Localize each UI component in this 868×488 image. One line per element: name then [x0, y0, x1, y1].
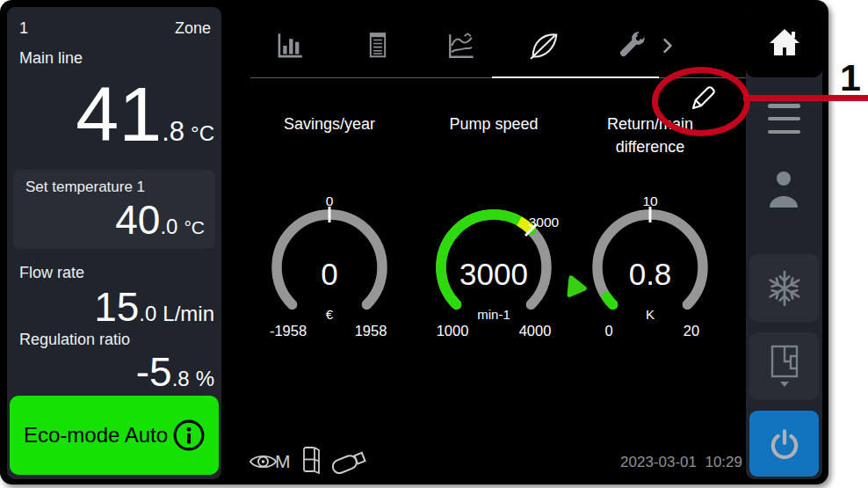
gauge-min: -1958	[255, 323, 322, 339]
regulation-ratio-unit: %	[196, 367, 214, 391]
gauge-title-pump-speed: Pump speed	[428, 113, 560, 135]
usb-icon	[329, 447, 373, 482]
eco-mode-button[interactable]: Eco-mode Auto	[10, 396, 219, 475]
gauge-unit: €	[255, 307, 404, 322]
snowflake-icon	[764, 268, 805, 309]
zone-panel[interactable]: 1 Zone Main line 41.8°C Set temperature …	[7, 7, 221, 479]
regulation-ratio-value-dec: .8	[172, 367, 190, 391]
main-line-label: Main line	[19, 49, 83, 68]
flow-rate-value: 15.0L/min	[94, 287, 214, 327]
leaf-icon	[526, 27, 563, 64]
flow-rate-unit: L/min	[163, 302, 214, 326]
gauge-max: 1958	[337, 323, 404, 339]
sidebar-home-button[interactable]	[746, 7, 822, 77]
zone-number: 1	[19, 19, 28, 38]
info-icon[interactable]	[171, 418, 206, 453]
tab-eco[interactable]	[525, 26, 564, 65]
sidebar	[746, 7, 822, 479]
flow-rate-value-int: 15	[94, 287, 139, 327]
active-tab-underline	[492, 76, 659, 78]
bar-chart-icon	[273, 29, 307, 62]
main-line-unit: °C	[191, 121, 214, 146]
menu-icon	[768, 104, 800, 108]
main-line-value: 41.8°C	[76, 76, 214, 153]
gauge-tick-label: 10	[575, 193, 725, 209]
document-icon	[362, 29, 394, 62]
gauge-value: 0.8	[575, 259, 725, 290]
gauge-title-savings: Savings/year	[264, 113, 395, 135]
home-icon	[767, 25, 802, 59]
datetime: 2023-03-01 10:29	[545, 454, 742, 471]
set-temperature-value: 40.0°C	[115, 200, 205, 240]
tab-trends[interactable]	[442, 26, 481, 65]
gauge-min: 1000	[419, 323, 486, 339]
sidebar-defrost-button[interactable]	[749, 254, 819, 322]
regulation-ratio-label: Regulation ratio	[19, 331, 130, 349]
gauge-unit: K	[575, 307, 725, 322]
flow-rate-value-dec: .0	[139, 302, 156, 326]
zones-icon	[765, 344, 804, 390]
power-icon	[766, 426, 803, 463]
gauge-value: 3000	[419, 259, 568, 290]
zone-label: Zone	[175, 19, 211, 38]
gauge-savings: 0 0 € -1958 1958	[255, 195, 404, 345]
main-line-value-int: 41	[76, 76, 162, 153]
gauge-min: 0	[575, 323, 642, 339]
gauge-max: 20	[658, 323, 725, 339]
regulation-ratio-value-int: -5	[136, 352, 172, 392]
set-temperature-label: Set temperature 1	[25, 178, 145, 196]
sidebar-user-button[interactable]	[766, 169, 801, 209]
regulation-ratio-value: -5.8%	[136, 352, 214, 392]
set-temperature-unit: °C	[184, 217, 205, 238]
zone-header: 1 Zone	[19, 19, 211, 38]
sidebar-zones-button[interactable]	[749, 332, 819, 400]
tabs-more-button[interactable]	[655, 26, 681, 65]
trend-icon	[444, 28, 479, 63]
menu-icon	[768, 130, 800, 135]
gauge-tick-label: 0	[255, 193, 404, 209]
menu-icon	[768, 117, 800, 121]
set-temperature-value-int: 40	[115, 200, 160, 240]
monitor-mode-letter: M	[275, 451, 291, 472]
annotation-number: 1	[833, 56, 868, 99]
main-line-value-dec: .8	[162, 116, 184, 148]
gauge-pump-speed: 3000 3000 min-1 1000 4000	[419, 195, 568, 345]
tab-log[interactable]	[358, 26, 397, 65]
annotation-circle	[652, 67, 750, 136]
module-icon	[301, 443, 322, 480]
set-temperature-value-dec: .0	[160, 215, 177, 239]
screenshot-stage: 1 Zone Main line 41.8°C Set temperature …	[0, 0, 868, 488]
wrench-icon	[613, 28, 648, 63]
sidebar-menu-button[interactable]	[768, 104, 800, 134]
sidebar-power-button[interactable]	[749, 411, 819, 477]
flow-rate-label: Flow rate	[19, 264, 84, 282]
monitor-eye-icon	[249, 450, 278, 477]
chevron-right-icon	[658, 31, 677, 61]
set-temperature-box[interactable]: Set temperature 1 40.0°C	[13, 170, 215, 249]
tab-statistics[interactable]	[271, 26, 309, 65]
user-icon	[766, 169, 801, 209]
gauge-unit: min-1	[419, 307, 568, 322]
tab-settings[interactable]	[611, 26, 650, 65]
gauge-return-main-difference: 10 0.8 K 0 20	[575, 195, 725, 345]
eco-mode-label: Eco-mode Auto	[24, 423, 171, 448]
gauge-max: 4000	[502, 323, 568, 339]
gauge-value: 0	[255, 259, 404, 290]
gauge-tick-label: 3000	[529, 215, 559, 230]
